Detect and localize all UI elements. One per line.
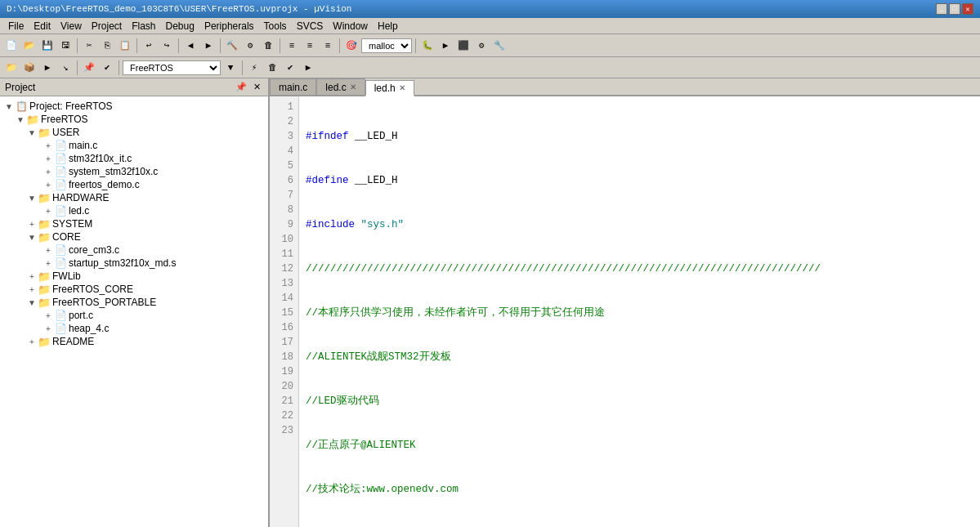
- menu-edit[interactable]: Edit: [29, 20, 56, 33]
- tree-freertos-core[interactable]: + 📁 FreeRTOS_CORE: [0, 283, 268, 296]
- open-icon[interactable]: 📂: [21, 38, 38, 54]
- toggle-readme[interactable]: +: [26, 337, 38, 346]
- toggle-freertos-core[interactable]: +: [26, 285, 38, 294]
- project-header-icons[interactable]: 📌 ✕: [233, 81, 263, 93]
- tree-system-folder[interactable]: + 📁 SYSTEM: [0, 217, 268, 230]
- pin-panel-icon[interactable]: 📌: [233, 81, 249, 93]
- undo-icon[interactable]: ↩: [141, 38, 157, 54]
- menu-project[interactable]: Project: [87, 20, 127, 33]
- step-icon[interactable]: ↘: [57, 60, 74, 76]
- tree-core[interactable]: ▼ 📁 CORE: [0, 230, 268, 243]
- toggle-main-c[interactable]: +: [43, 141, 54, 150]
- toggle-freertos-portable[interactable]: ▼: [26, 298, 38, 307]
- tree-readme[interactable]: + 📁 README: [0, 335, 268, 348]
- fwd-icon[interactable]: ▶: [200, 38, 217, 54]
- toggle-hardware[interactable]: ▼: [26, 194, 38, 203]
- cut-icon[interactable]: ✂: [81, 38, 97, 54]
- menu-tools[interactable]: Tools: [259, 20, 292, 33]
- tree-freertos-portable[interactable]: ▼ 📁 FreeRTOS_PORTABLE: [0, 296, 268, 309]
- translate-icon[interactable]: ≡: [284, 38, 300, 54]
- menu-flash[interactable]: Flash: [127, 20, 160, 33]
- batch-build-icon[interactable]: ⚙: [242, 38, 258, 54]
- toggle-port-c[interactable]: +: [43, 311, 54, 320]
- menu-help[interactable]: Help: [373, 20, 403, 33]
- toggle-root[interactable]: ▼: [3, 102, 15, 111]
- tab-led-h[interactable]: led.h ✕: [365, 80, 414, 96]
- toggle-fwlib[interactable]: +: [26, 272, 38, 281]
- tree-fwlib[interactable]: + 📁 FWLib: [0, 270, 268, 283]
- new-file-icon[interactable]: 📄: [3, 38, 20, 54]
- tab-main-c[interactable]: main.c: [270, 78, 316, 95]
- menu-debug[interactable]: Debug: [161, 20, 199, 33]
- project-tree[interactable]: ▼ 📋 Project: FreeRTOS ▼ 📁 FreeRTOS ▼ 📁 U…: [0, 96, 268, 527]
- run-icon[interactable]: ▶: [437, 38, 454, 54]
- tab-led-h-close[interactable]: ✕: [399, 83, 405, 92]
- window-controls[interactable]: _ □ ✕: [936, 3, 973, 15]
- code-line-3: #include "sys.h": [306, 217, 973, 232]
- tree-main-c[interactable]: + 📄 main.c: [0, 139, 268, 152]
- maximize-button[interactable]: □: [949, 3, 960, 15]
- tab-led-c[interactable]: led.c ✕: [316, 78, 365, 95]
- toggle-heap4-c[interactable]: +: [43, 324, 54, 333]
- clean-icon[interactable]: 🗑: [260, 38, 276, 54]
- run3-icon[interactable]: ▶: [300, 60, 316, 76]
- check-icon[interactable]: ✔: [99, 60, 115, 76]
- tree-startup[interactable]: + 📄 startup_stm32f10x_md.s: [0, 257, 268, 270]
- save-icon[interactable]: 💾: [39, 38, 56, 54]
- menu-file[interactable]: File: [3, 20, 29, 33]
- erase-icon[interactable]: 🗑: [264, 60, 280, 76]
- toggle-core-cm3[interactable]: +: [43, 246, 54, 255]
- target-dropdown[interactable]: malloc: [361, 38, 412, 53]
- close-panel-icon[interactable]: ✕: [251, 81, 263, 93]
- settings-icon[interactable]: ⚙: [473, 38, 490, 54]
- align-icon[interactable]: ≡: [302, 38, 318, 54]
- run2-icon[interactable]: ▶: [39, 60, 56, 76]
- back-icon[interactable]: ◀: [182, 38, 199, 54]
- project-icon[interactable]: 📁: [3, 60, 20, 76]
- close-button[interactable]: ✕: [962, 3, 973, 15]
- toggle-system-folder[interactable]: +: [26, 220, 38, 229]
- debug-icon[interactable]: 🐛: [419, 38, 436, 54]
- component-icon[interactable]: 📦: [21, 60, 38, 76]
- toggle-user[interactable]: ▼: [26, 128, 38, 137]
- toggle-startup[interactable]: +: [43, 259, 54, 268]
- tree-core-cm3[interactable]: + 📄 core_cm3.c: [0, 243, 268, 257]
- tree-project-root[interactable]: ▼ 📋 Project: FreeRTOS: [0, 100, 268, 113]
- toggle-freertos-demo[interactable]: +: [43, 181, 54, 190]
- dropdown-icon[interactable]: ▼: [222, 60, 239, 76]
- toggle-led-c[interactable]: +: [43, 207, 54, 216]
- tree-freertos-demo[interactable]: + 📄 freertos_demo.c: [0, 178, 268, 191]
- copy-icon[interactable]: ⎘: [99, 38, 115, 54]
- menu-svcs[interactable]: SVCS: [292, 20, 329, 33]
- toggle-freertos[interactable]: ▼: [15, 115, 26, 124]
- tree-freertos[interactable]: ▼ 📁 FreeRTOS: [0, 113, 268, 126]
- tab-led-c-close[interactable]: ✕: [350, 83, 356, 92]
- stop-icon[interactable]: ⬛: [455, 38, 472, 54]
- code-content[interactable]: #ifndef __LED_H #define __LED_H #include…: [299, 96, 980, 527]
- toggle-stm32-it[interactable]: +: [43, 154, 54, 163]
- toggle-core[interactable]: ▼: [26, 233, 38, 242]
- tree-heap4-c[interactable]: + 📄 heap_4.c: [0, 322, 268, 335]
- menu-window[interactable]: Window: [328, 20, 373, 33]
- algo-icon[interactable]: ≡: [320, 38, 336, 54]
- tree-port-c[interactable]: + 📄 port.c: [0, 309, 268, 322]
- build-icon[interactable]: 🔨: [224, 38, 240, 54]
- minimize-button[interactable]: _: [936, 3, 947, 15]
- tree-hardware[interactable]: ▼ 📁 HARDWARE: [0, 191, 268, 204]
- save-all-icon[interactable]: 🖫: [57, 38, 74, 54]
- redo-icon[interactable]: ↪: [159, 38, 175, 54]
- toggle-system[interactable]: +: [43, 167, 54, 176]
- flash-icon[interactable]: ⚡: [246, 60, 262, 76]
- tree-system[interactable]: + 📄 system_stm32f10x.c: [0, 165, 268, 178]
- tree-stm32-it[interactable]: + 📄 stm32f10x_it.c: [0, 152, 268, 165]
- verify-icon[interactable]: ✔: [282, 60, 298, 76]
- options-icon[interactable]: 🔧: [491, 38, 508, 54]
- paste-icon[interactable]: 📋: [117, 38, 133, 54]
- tree-user[interactable]: ▼ 📁 USER: [0, 126, 268, 139]
- config-dropdown[interactable]: FreeRTOS: [123, 60, 221, 75]
- target-icon[interactable]: 🎯: [343, 38, 360, 54]
- menu-view[interactable]: View: [56, 20, 87, 33]
- menu-peripherals[interactable]: Peripherals: [199, 20, 259, 33]
- tree-led-c[interactable]: + 📄 led.c: [0, 204, 268, 217]
- pin-icon[interactable]: 📌: [81, 60, 97, 76]
